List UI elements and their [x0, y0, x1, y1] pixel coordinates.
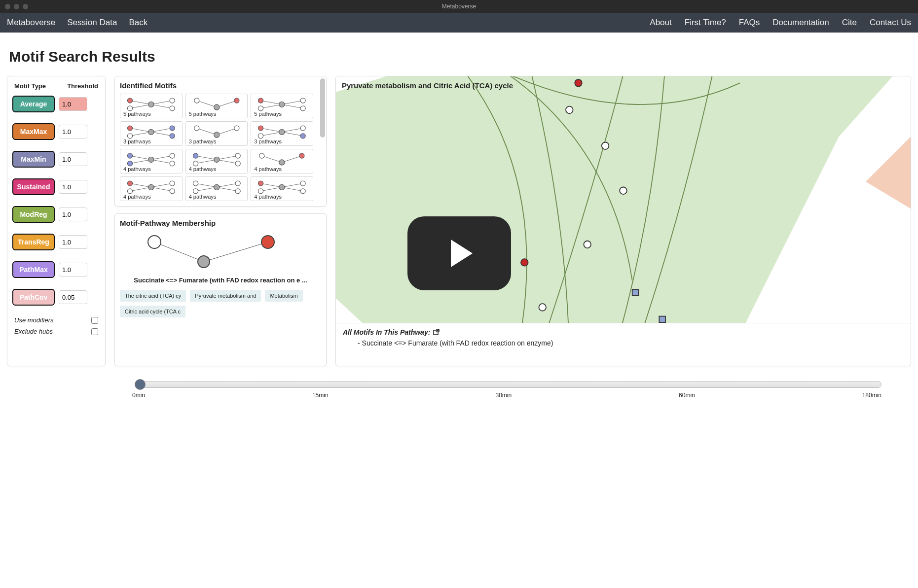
motif-button-transreg[interactable]: TransReg [12, 234, 55, 250]
motif-cell[interactable]: 5 pathways [185, 94, 248, 118]
svg-point-80 [148, 236, 161, 248]
svg-point-33 [279, 129, 285, 135]
svg-point-35 [258, 134, 263, 138]
nav-about[interactable]: About [650, 18, 671, 28]
svg-point-74 [258, 181, 263, 186]
membership-glyph [120, 232, 288, 272]
svg-point-50 [235, 153, 240, 158]
motif-button-maxmin[interactable]: MaxMin [12, 151, 55, 168]
timeline-knob[interactable] [135, 379, 146, 390]
svg-point-70 [235, 189, 240, 194]
svg-point-63 [170, 189, 175, 194]
threshold-input-modreg[interactable] [59, 208, 87, 221]
window-title: Metaboverse [442, 3, 476, 10]
nav-faqs[interactable]: FAQs [739, 18, 760, 28]
motif-cell[interactable]: 5 pathways [251, 94, 313, 118]
svg-point-18 [300, 106, 305, 111]
motif-cell[interactable]: 4 pathways [251, 176, 313, 201]
nav-session-data[interactable]: Session Data [67, 18, 117, 28]
motif-button-average[interactable]: Average [12, 96, 55, 112]
svg-point-15 [258, 98, 263, 103]
nav-metaboverse[interactable]: Metaboverse [7, 18, 55, 28]
svg-point-81 [198, 256, 210, 268]
motif-cell[interactable]: 4 pathways [120, 176, 183, 201]
threshold-input-pathcov[interactable] [59, 290, 87, 304]
motif-cell[interactable]: 4 pathways [251, 149, 313, 173]
checkbox-use-modifiers[interactable] [91, 317, 98, 324]
tick-4: 180min [862, 392, 881, 399]
svg-point-40 [148, 157, 154, 162]
svg-point-36 [300, 126, 305, 131]
motif-cell[interactable]: 3 pathways [251, 121, 313, 146]
svg-point-28 [194, 126, 199, 131]
svg-point-30 [234, 126, 239, 131]
motif-cell[interactable]: 3 pathways [120, 121, 183, 146]
motif-cell[interactable]: 3 pathways [185, 121, 248, 146]
svg-point-5 [170, 98, 175, 103]
header-motif-type: Motif Type [14, 82, 46, 90]
svg-point-16 [258, 106, 263, 111]
window-titlebar: Metaboverse [0, 0, 918, 13]
minimize-window-icon[interactable] [14, 4, 19, 9]
svg-line-79 [204, 242, 268, 262]
play-button[interactable] [407, 216, 511, 290]
maximize-window-icon[interactable] [23, 4, 28, 9]
svg-point-21 [148, 129, 154, 135]
threshold-input-maxmin[interactable] [59, 152, 87, 166]
svg-point-22 [127, 126, 132, 131]
motif-cell[interactable]: 4 pathways [185, 149, 248, 173]
motif-button-pathcov[interactable]: PathCov [12, 289, 55, 306]
nav-contact[interactable]: Contact Us [870, 18, 911, 28]
svg-point-10 [214, 104, 219, 110]
svg-point-60 [127, 181, 132, 186]
pathway-chip[interactable]: Pyruvate metabolism and [190, 290, 261, 302]
pathway-chip[interactable]: Metabolism [265, 290, 302, 302]
tick-0: 0min [132, 392, 145, 399]
pathway-motif-item: - Succinate <=> Fumarate (with FAD redox… [343, 336, 904, 348]
motif-button-pathmax[interactable]: PathMax [12, 261, 55, 278]
pathway-chip[interactable]: The citric acid (TCA) cy [120, 290, 186, 302]
svg-point-56 [299, 153, 304, 158]
threshold-input-sustained[interactable] [59, 180, 87, 194]
svg-point-59 [148, 184, 154, 190]
motif-button-maxmax[interactable]: MaxMax [12, 123, 55, 140]
svg-line-8 [217, 101, 237, 107]
threshold-input-average[interactable] [59, 97, 87, 111]
motifs-in-pathway-section: All Motifs In This Pathway: - Succinate … [336, 323, 911, 353]
svg-point-9 [194, 98, 199, 103]
tick-1: 15min [312, 392, 329, 399]
threshold-input-pathmax[interactable] [59, 263, 87, 277]
threshold-input-maxmax[interactable] [59, 125, 87, 138]
svg-point-25 [170, 134, 175, 138]
svg-point-73 [279, 184, 285, 190]
motif-cell[interactable]: 5 pathways [120, 94, 183, 118]
page-title: Motif Search Results [9, 48, 911, 65]
svg-point-94 [539, 304, 546, 311]
svg-point-44 [170, 161, 175, 166]
label-exclude-hubs: Exclude hubs [14, 328, 53, 335]
motif-button-modreg[interactable]: ModReg [12, 206, 55, 223]
svg-point-41 [127, 153, 132, 158]
threshold-input-transreg[interactable] [59, 235, 87, 249]
motif-cell[interactable]: 4 pathways [120, 149, 183, 173]
pathway-chip[interactable]: Citric acid cycle (TCA c [120, 306, 185, 317]
menubar: Metaboverse Session Data Back About Firs… [0, 13, 918, 33]
scrollbar[interactable] [320, 78, 325, 138]
svg-point-75 [258, 189, 263, 194]
nav-back[interactable]: Back [129, 18, 147, 28]
timeline-slider[interactable] [135, 381, 881, 388]
svg-point-37 [300, 134, 305, 138]
svg-point-69 [235, 181, 240, 186]
motif-cell[interactable]: 4 pathways [185, 176, 248, 201]
svg-line-26 [196, 128, 217, 135]
nav-cite[interactable]: Cite [842, 18, 857, 28]
nav-documentation[interactable]: Documentation [772, 18, 829, 28]
external-link-icon[interactable] [433, 329, 440, 336]
svg-point-42 [127, 161, 132, 166]
motif-button-sustained[interactable]: Sustained [12, 178, 55, 195]
sidebar-panel: Motif Type Threshold Average MaxMax MaxM… [7, 76, 106, 366]
nav-first-time[interactable]: First Time? [685, 18, 726, 28]
close-window-icon[interactable] [5, 4, 10, 9]
svg-point-23 [127, 134, 132, 138]
checkbox-exclude-hubs[interactable] [91, 328, 98, 335]
